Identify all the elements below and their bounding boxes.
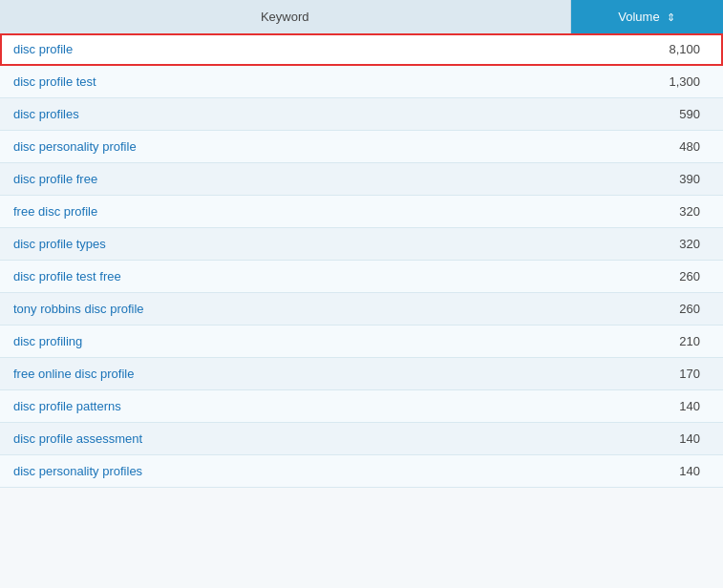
volume-cell: 320: [570, 196, 723, 228]
keyword-header-label: Keyword: [261, 10, 309, 24]
volume-cell: 8,100: [570, 33, 723, 66]
table-row: disc profiling210: [0, 326, 723, 358]
keyword-link[interactable]: disc profile types: [13, 237, 106, 251]
table-row: free online disc profile170: [0, 358, 723, 390]
volume-cell: 170: [570, 358, 723, 390]
keyword-link[interactable]: disc profile patterns: [13, 399, 121, 413]
keyword-cell: disc profile patterns: [0, 390, 570, 423]
table-row: disc profile test free260: [0, 261, 723, 293]
table-row: disc profiles590: [0, 98, 723, 131]
keyword-link[interactable]: disc profile assessment: [13, 431, 142, 446]
keyword-cell: tony robbins disc profile: [0, 293, 570, 326]
keyword-cell: free online disc profile: [0, 358, 570, 390]
table-row: tony robbins disc profile260: [0, 293, 723, 326]
keyword-cell: disc profile test free: [0, 261, 570, 293]
keyword-cell: disc profiles: [0, 98, 570, 131]
volume-cell: 590: [570, 98, 723, 131]
keyword-link[interactable]: disc profile test free: [13, 269, 121, 284]
volume-header-label: Volume: [618, 10, 659, 24]
table-row: disc profile test1,300: [0, 66, 723, 98]
table-body: disc profile8,100disc profile test1,300d…: [0, 33, 723, 488]
keyword-link[interactable]: disc profiles: [13, 107, 79, 121]
keyword-table-container: Keyword Volume ⇕ disc profile8,100disc p…: [0, 0, 723, 488]
table-row: disc profile8,100: [0, 33, 723, 66]
volume-column-header[interactable]: Volume ⇕: [570, 0, 723, 33]
keyword-cell: disc profile test: [0, 66, 570, 98]
table-row: disc profile free390: [0, 163, 723, 196]
volume-cell: 390: [570, 163, 723, 196]
volume-cell: 260: [570, 293, 723, 326]
keyword-cell: disc personality profile: [0, 131, 570, 163]
keyword-link[interactable]: disc profile: [13, 42, 73, 56]
keyword-cell: disc profile free: [0, 163, 570, 196]
keyword-column-header: Keyword: [0, 0, 570, 33]
volume-cell: 260: [570, 261, 723, 293]
keyword-cell: disc profile: [0, 33, 570, 66]
table-row: free disc profile320: [0, 196, 723, 228]
keyword-table: Keyword Volume ⇕ disc profile8,100disc p…: [0, 0, 723, 488]
volume-cell: 1,300: [570, 66, 723, 98]
keyword-link[interactable]: disc personality profile: [13, 139, 137, 154]
table-row: disc personality profile480: [0, 131, 723, 163]
keyword-link[interactable]: disc profile free: [13, 172, 97, 186]
table-row: disc profile patterns140: [0, 390, 723, 423]
volume-cell: 320: [570, 228, 723, 261]
keyword-cell: disc personality profiles: [0, 455, 570, 488]
volume-cell: 140: [570, 423, 723, 455]
table-row: disc profile assessment140: [0, 423, 723, 455]
table-header-row: Keyword Volume ⇕: [0, 0, 723, 33]
volume-cell: 140: [570, 390, 723, 423]
table-row: disc profile types320: [0, 228, 723, 261]
keyword-cell: disc profiling: [0, 326, 570, 358]
volume-cell: 140: [570, 455, 723, 488]
keyword-link[interactable]: free online disc profile: [13, 367, 134, 381]
sort-icon: ⇕: [667, 11, 675, 24]
volume-cell: 210: [570, 326, 723, 358]
keyword-cell: disc profile assessment: [0, 423, 570, 455]
table-row: disc personality profiles140: [0, 455, 723, 488]
keyword-cell: disc profile types: [0, 228, 570, 261]
keyword-link[interactable]: disc profile test: [13, 74, 96, 89]
keyword-link[interactable]: disc profiling: [13, 334, 82, 348]
volume-cell: 480: [570, 131, 723, 163]
keyword-link[interactable]: tony robbins disc profile: [13, 302, 144, 316]
keyword-link[interactable]: disc personality profiles: [13, 464, 142, 478]
keyword-cell: free disc profile: [0, 196, 570, 228]
keyword-link[interactable]: free disc profile: [13, 204, 97, 219]
